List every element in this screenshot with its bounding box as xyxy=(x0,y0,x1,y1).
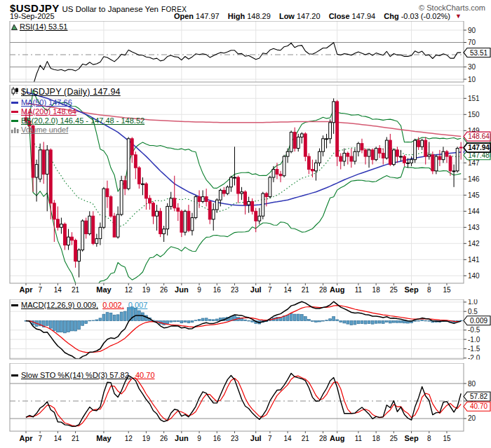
svg-text:Apr: Apr xyxy=(20,434,34,442)
macd-legend-link[interactable]: MACD(12,26,9) 0.009, 0.002, 0.007 xyxy=(11,301,147,309)
svg-text:Sep: Sep xyxy=(404,434,418,442)
high-value: 148.29 xyxy=(247,12,271,20)
svg-text:-1.0: -1.0 xyxy=(468,336,480,344)
svg-text:20: 20 xyxy=(468,414,476,422)
svg-text:143: 143 xyxy=(468,224,480,231)
rsi-area-icon xyxy=(11,24,18,30)
svg-text:25: 25 xyxy=(390,286,398,294)
chg-value: -0.03 (-0.02%) xyxy=(401,12,450,20)
svg-text:26: 26 xyxy=(160,435,168,442)
svg-text:18: 18 xyxy=(372,286,381,294)
svg-text:80: 80 xyxy=(468,380,476,388)
ohlc-quote: Open147.97 High148.29 Low147.20 Close147… xyxy=(168,12,462,20)
svg-text:53.51: 53.51 xyxy=(470,49,487,57)
ma200-line-icon xyxy=(11,111,18,113)
candlestick-icon xyxy=(11,87,19,95)
svg-text:142: 142 xyxy=(468,240,480,247)
svg-text:40.70: 40.70 xyxy=(470,402,487,410)
svg-text:70: 70 xyxy=(468,39,476,46)
bb-legend-label: BB(20,2.0) 146.45 - 147.48 - 148.52 xyxy=(21,116,144,125)
svg-text:21: 21 xyxy=(72,286,80,294)
ma200-legend-label: MA(200) 148.64 xyxy=(21,107,76,116)
low-value: 147.20 xyxy=(297,12,321,20)
stochastic-legend-link[interactable]: Slow STO %K(14) %D(3) 57.82, 40.70 xyxy=(11,371,155,379)
svg-text:May: May xyxy=(96,434,112,442)
change-down-icon: ▼ xyxy=(455,13,462,20)
svg-text:23: 23 xyxy=(231,435,239,442)
svg-text:-2.0: -2.0 xyxy=(468,354,480,360)
svg-text:9: 9 xyxy=(197,435,201,442)
svg-text:14: 14 xyxy=(284,286,292,294)
svg-text:7: 7 xyxy=(268,435,272,442)
ma200-legend-link[interactable]: MA(200) 148.64 xyxy=(11,107,76,116)
svg-text:11: 11 xyxy=(355,286,363,294)
rsi-value-badge: 53.51 xyxy=(464,48,490,57)
svg-text:21: 21 xyxy=(302,286,310,294)
volume-legend-link[interactable]: Volume undef xyxy=(11,125,68,134)
stochastic-line-icon xyxy=(11,374,18,376)
rsi-panel: 9070301053.51 xyxy=(0,21,491,83)
svg-text:0.009: 0.009 xyxy=(470,317,487,325)
svg-text:10: 10 xyxy=(468,76,476,83)
svg-text:14: 14 xyxy=(54,286,62,294)
rsi-series xyxy=(29,43,461,83)
svg-text:Sep: Sep xyxy=(404,285,418,294)
price-badge-148.64: 148.64 xyxy=(464,132,490,141)
svg-text:28: 28 xyxy=(319,435,328,442)
svg-text:90: 90 xyxy=(468,27,476,34)
stockcharts-credit-link[interactable]: © StockCharts.com xyxy=(419,4,485,12)
svg-text:11: 11 xyxy=(355,435,363,442)
svg-text:19: 19 xyxy=(142,435,151,442)
svg-text:21: 21 xyxy=(302,435,310,442)
volume-bars-icon xyxy=(11,127,19,133)
svg-text:28: 28 xyxy=(319,286,328,294)
quote-row: 19-Sep-2025 Open147.97 High148.29 Low147… xyxy=(10,12,462,22)
ma50-line-icon xyxy=(11,102,18,104)
ma50-legend-link[interactable]: MA(50) 147.66 xyxy=(11,98,72,107)
rsi-plot: 9070301053.51 xyxy=(0,21,491,83)
svg-text:7: 7 xyxy=(38,435,42,442)
open-label: Open xyxy=(174,12,194,20)
price-badge-147.94: 147.94 xyxy=(464,143,490,152)
svg-text:1.0: 1.0 xyxy=(468,299,478,306)
stochastic-legend-label: Slow STO %K(14) %D(3) 57.82, xyxy=(21,371,131,379)
svg-text:141: 141 xyxy=(468,256,480,264)
svg-text:Jun: Jun xyxy=(175,434,189,442)
svg-text:151: 151 xyxy=(468,95,480,102)
svg-text:140: 140 xyxy=(468,272,480,280)
svg-text:146: 146 xyxy=(468,175,480,183)
svg-text:8: 8 xyxy=(427,286,431,294)
svg-text:9: 9 xyxy=(197,286,201,294)
symbol-legend-link[interactable]: $USDJPY (Daily) 147.94 xyxy=(11,87,121,96)
ma50-legend-label: MA(50) 147.66 xyxy=(21,98,72,107)
chg-label: Chg xyxy=(384,12,398,20)
svg-text:Jul: Jul xyxy=(250,285,262,294)
macd-legend-label: MACD(12,26,9) 0.009, xyxy=(21,301,98,309)
close-label: Close xyxy=(329,12,350,20)
svg-text:147.94: 147.94 xyxy=(468,144,490,151)
svg-text:7: 7 xyxy=(38,286,42,294)
svg-text:148.64: 148.64 xyxy=(468,133,490,140)
svg-text:12: 12 xyxy=(125,435,133,442)
svg-text:150: 150 xyxy=(468,111,480,118)
svg-text:21: 21 xyxy=(72,435,80,442)
svg-text:23: 23 xyxy=(231,286,239,294)
svg-text:Jul: Jul xyxy=(250,434,262,442)
svg-text:-0.5: -0.5 xyxy=(468,326,480,334)
svg-text:Apr: Apr xyxy=(20,285,34,294)
svg-text:147: 147 xyxy=(468,159,480,167)
svg-text:-1.5: -1.5 xyxy=(468,345,480,353)
svg-text:145: 145 xyxy=(468,191,480,199)
svg-text:14: 14 xyxy=(54,435,62,442)
low-label: Low xyxy=(279,12,295,20)
bb-legend-link[interactable]: BB(20,2.0) 146.45 - 147.48 - 148.52 xyxy=(11,116,144,125)
macd-line-icon xyxy=(11,304,18,306)
stockcharts-usdjpy-chart: $USDJPYUS Dollar to Japanese YenFOREX © … xyxy=(0,0,491,448)
high-label: High xyxy=(228,12,245,20)
symbol-legend-label: $USDJPY (Daily) 147.94 xyxy=(21,87,121,97)
svg-text:14: 14 xyxy=(284,435,292,442)
rsi-legend-link[interactable]: RSI(14) 53.51 xyxy=(11,22,67,31)
svg-text:57.82: 57.82 xyxy=(470,393,487,400)
macd-value-badge: 0.009 xyxy=(464,316,490,325)
svg-text:7: 7 xyxy=(268,286,272,294)
